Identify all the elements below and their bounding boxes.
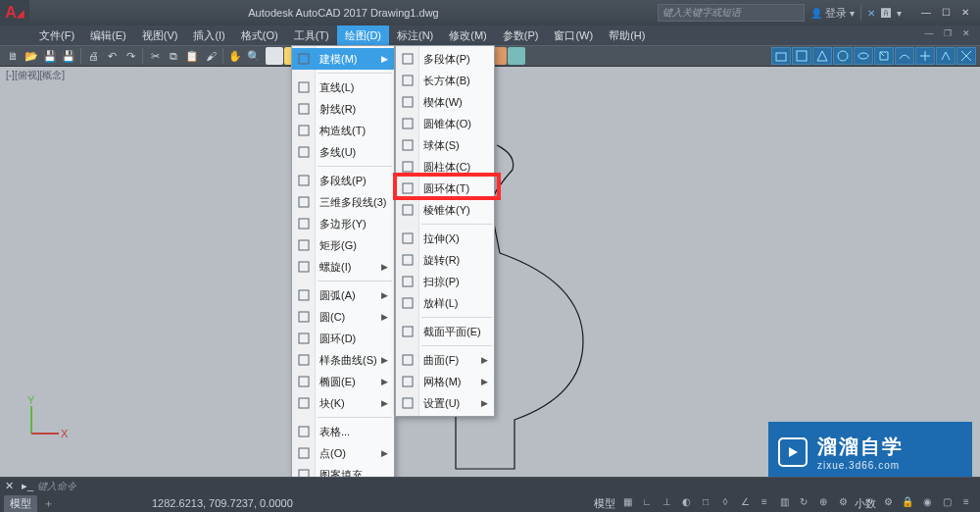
cut-icon[interactable]: ✂ <box>146 47 164 65</box>
grid-icon[interactable]: ▦ <box>619 496 635 510</box>
menu-item[interactable]: 构造线(T) <box>292 120 394 141</box>
menu-item[interactable]: 长方体(B) <box>396 70 494 91</box>
layout-add-icon[interactable]: ＋ <box>43 496 54 511</box>
cycling-icon[interactable]: ↻ <box>796 496 811 510</box>
app-icon[interactable]: 🅰 <box>881 8 891 19</box>
tab-close-icon[interactable]: ✕ <box>958 28 974 42</box>
menu-item[interactable]: 块(K)▶ <box>292 392 394 414</box>
tab-min-icon[interactable]: — <box>921 28 937 42</box>
ortho-icon[interactable]: ⊥ <box>659 496 674 510</box>
menu-item[interactable]: 放样(L) <box>396 292 494 314</box>
save-icon[interactable]: 💾 <box>41 47 59 65</box>
workspace-icon[interactable]: ⚙ <box>880 496 896 510</box>
maximize-button[interactable]: ☐ <box>937 6 955 20</box>
menu-item[interactable]: 多线(U) <box>292 141 394 163</box>
menu-8[interactable]: 修改(M) <box>441 26 495 46</box>
menu-item[interactable]: 矩形(G) <box>292 234 394 256</box>
menu-7[interactable]: 标注(N) <box>389 26 441 46</box>
command-input[interactable]: 键入命令 <box>37 480 76 493</box>
3dosnap-icon[interactable]: ◊ <box>717 496 733 510</box>
menu-item[interactable]: 三维多段线(3) <box>292 191 394 213</box>
paste-icon[interactable]: 📋 <box>183 47 201 65</box>
menu-2[interactable]: 视图(V) <box>134 26 186 46</box>
viewport-label[interactable]: [-][俯视][概念] <box>6 69 65 82</box>
plot-icon[interactable]: 🖨 <box>84 47 102 65</box>
undo-icon[interactable]: ↶ <box>103 47 121 65</box>
annot-icon[interactable]: ⚙ <box>835 496 851 510</box>
redo-icon[interactable]: ↷ <box>122 47 139 65</box>
gizmo-icon[interactable]: ⊕ <box>815 496 831 510</box>
copy-icon[interactable]: ⧉ <box>165 47 182 65</box>
menu-item[interactable]: 圆环(D) <box>292 328 394 349</box>
lwt-icon[interactable]: ≡ <box>757 496 772 510</box>
menu-5[interactable]: 工具(T) <box>286 26 337 46</box>
snap-icon[interactable]: ∟ <box>639 496 655 510</box>
menu-item[interactable]: 圆环体(T) <box>396 178 494 199</box>
menu-item[interactable]: 椭圆(E)▶ <box>292 371 394 392</box>
help-icon[interactable]: ▾ <box>897 8 902 19</box>
menu-item[interactable]: 圆柱体(C) <box>396 156 494 178</box>
zoom-icon[interactable]: 🔍 <box>245 47 263 65</box>
menu-1[interactable]: 编辑(E) <box>82 26 134 46</box>
app-logo[interactable]: A◢ <box>0 0 29 26</box>
menu-item[interactable]: 多段体(P) <box>396 48 494 70</box>
menu-item[interactable]: 曲面(F)▶ <box>396 349 494 371</box>
menu-item[interactable]: 表格... <box>292 421 394 442</box>
menu-item[interactable]: 点(O)▶ <box>292 442 394 464</box>
menu-item[interactable]: 楔体(W) <box>396 91 494 113</box>
menu-item[interactable]: 多边形(Y) <box>292 213 394 234</box>
menu-item[interactable]: 圆(C)▶ <box>292 306 394 328</box>
match-icon[interactable]: 🖌 <box>202 47 220 65</box>
menu-item[interactable]: 螺旋(I)▶ <box>292 256 394 278</box>
menu-item[interactable]: 样条曲线(S)▶ <box>292 349 394 371</box>
login-button[interactable]: 👤 登录 ▾ <box>810 6 855 21</box>
menu-4[interactable]: 格式(O) <box>233 26 286 46</box>
space-label[interactable]: 模型 <box>594 496 615 511</box>
new-icon[interactable]: 🗎 <box>4 47 22 65</box>
customize-icon[interactable]: ≡ <box>958 496 974 510</box>
units-label[interactable]: 小数 <box>855 496 876 511</box>
menu-item[interactable]: 旋转(R) <box>396 249 494 271</box>
menu-item[interactable]: 建模(M)▶ <box>292 48 394 70</box>
menu-11[interactable]: 帮助(H) <box>601 26 653 46</box>
minimize-button[interactable]: — <box>917 6 935 20</box>
saveas-icon[interactable]: 💾 <box>60 47 77 65</box>
menu-10[interactable]: 窗口(W) <box>546 26 601 46</box>
transparency-icon[interactable]: ▥ <box>776 496 792 510</box>
cmd-close-icon[interactable]: ✕ <box>0 480 18 492</box>
exchange-icon[interactable]: ✕ <box>867 8 875 19</box>
lock-icon[interactable]: 🔒 <box>900 496 915 510</box>
menu-item[interactable]: 多段线(P) <box>292 170 394 191</box>
clean-icon[interactable]: ▢ <box>939 496 955 510</box>
menu-item[interactable]: 设置(U)▶ <box>396 392 494 414</box>
menu-item[interactable]: 扫掠(P) <box>396 271 494 292</box>
menu-9[interactable]: 参数(P) <box>495 26 547 46</box>
open-icon[interactable]: 📂 <box>23 47 40 65</box>
close-button[interactable]: ✕ <box>956 6 974 20</box>
menu-item[interactable]: 网格(M)▶ <box>396 371 494 392</box>
menu-item[interactable]: 截面平面(E) <box>396 321 494 342</box>
menu-item[interactable]: 圆锥体(O) <box>396 113 494 134</box>
menu-3[interactable]: 插入(I) <box>185 26 232 46</box>
tab-restore-icon[interactable]: ❐ <box>940 28 956 42</box>
ucs-icon: Y X <box>25 400 65 441</box>
menu-item[interactable]: 圆弧(A)▶ <box>292 284 394 306</box>
pan-icon[interactable]: ✋ <box>226 47 244 65</box>
otrack-icon[interactable]: ∠ <box>737 496 753 510</box>
menu-0[interactable]: 文件(F) <box>31 26 82 46</box>
menu-item[interactable]: 拉伸(X) <box>396 228 494 249</box>
command-bar[interactable]: ✕ ▸_ 键入命令 <box>0 477 980 494</box>
osnap-icon[interactable]: □ <box>698 496 713 510</box>
menu-item[interactable]: 棱锥体(Y) <box>396 199 494 221</box>
model-tab[interactable]: 模型 <box>4 495 37 512</box>
search-input[interactable]: 键入关键字或短语 <box>658 4 805 22</box>
menu-item[interactable]: 直线(L) <box>292 77 394 98</box>
menu-6[interactable]: 绘图(D) <box>337 26 389 46</box>
polar-icon[interactable]: ◐ <box>678 496 694 510</box>
menu-item[interactable]: 球体(S) <box>396 134 494 156</box>
modeling-submenu[interactable]: 多段体(P)长方体(B)楔体(W)圆锥体(O)球体(S)圆柱体(C)圆环体(T)… <box>395 45 495 417</box>
menu-item[interactable]: 射线(R) <box>292 98 394 120</box>
isolate-icon[interactable]: ◉ <box>919 496 935 510</box>
solid-tools[interactable] <box>771 47 976 65</box>
draw-menu[interactable]: 建模(M)▶直线(L)射线(R)构造线(T)多线(U)多段线(P)三维多段线(3… <box>291 45 395 512</box>
